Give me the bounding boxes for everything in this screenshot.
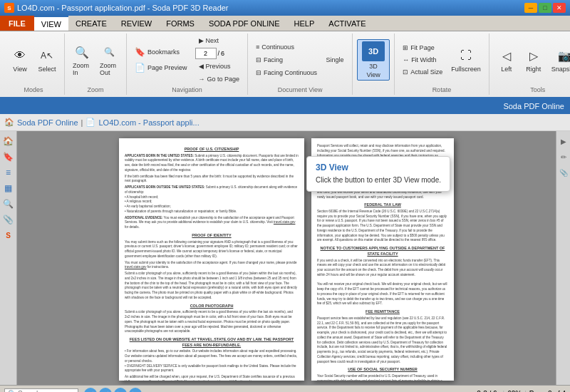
page-input-row: / 6 [195,48,225,59]
section-tax: FEDERAL TAX LAW [317,202,448,208]
view-icon: 👁 [11,47,28,64]
right-sidebar-icon-2[interactable]: ✏ [556,150,571,164]
right-sidebar-icon-1[interactable]: ▶ [556,134,571,148]
single-button[interactable]: Single [322,54,348,66]
sidebar-attach-icon[interactable]: 📎 [1,212,16,227]
ribbon-group-fit: ⊞ Fit Page ↔ Fit Width ⊡ Actual Size ⛶ F… [395,33,489,95]
bookmarks-icon: 🔖 [135,47,145,57]
title-bar: S LO4D.com - Passport application.pdf - … [0,0,570,16]
title-bar-left: S LO4D.com - Passport application.pdf - … [4,3,229,13]
soda-bar-text: Soda PDF Online [503,102,564,110]
fees-text-2: An additional fee will be charged when, … [125,375,299,381]
ribbon-group-tools: ◁ Left ▷ Right 📷 Snapshot Tools [489,33,570,95]
previous-button[interactable]: ◀ Previous [195,61,244,72]
actual-size-button[interactable]: ⊡ Actual Size [399,66,446,78]
page-preview-icon: 📄 [135,63,145,73]
section-fees: FEES LISTED ON OUR WEBSITE AT TRAVEL.STA… [125,337,299,348]
tax-text: Section 6039E of the Internal Revenue Co… [317,210,448,243]
minimize-button[interactable]: ─ [524,3,537,13]
status-prev-button[interactable]: ◀ [99,388,112,393]
section-notice-outside: NOTICE TO CUSTOMERS APPLYING OUTSIDE A D… [317,246,448,257]
sidebar-sign-icon[interactable]: S [1,228,16,242]
window-controls: ─ □ ✕ [524,3,566,13]
actual-size-icon: ⊡ [403,68,408,76]
menu-forms[interactable]: FORMS [159,16,202,31]
menu-create[interactable]: CREATE [68,16,114,31]
left-icon: ◁ [498,47,515,64]
page-number-input[interactable] [195,48,217,59]
citizenship-text-4: ADDITIONAL EVIDENCE: You must establish … [125,216,299,230]
menu-soda-online[interactable]: SODA PDF ONLINE [202,16,287,31]
ribbon-group-modes: 👁 View A↖ Select Modes [3,33,65,95]
status-next-button[interactable]: ▶ [114,388,127,393]
left-sidebar: 🏠 🔖 ≡ ▦ 🔍 📎 S [0,131,17,385]
pdf-area[interactable]: PROOF OF U.S. CITIZENSHIP APPLICANTS BOR… [17,131,556,385]
menu-activate[interactable]: ACTIVATE [321,16,373,31]
fit-width-button[interactable]: ↔ Fit Width [399,54,446,66]
search-box[interactable]: 🔍 [4,388,78,392]
address-bar: 🏠 Soda PDF Online | 📄 LO4D.com - Passpor… [0,114,570,131]
fullscreen-button[interactable]: ⛶ Fullscreen [447,45,484,75]
close-button[interactable]: ✕ [553,3,566,13]
fit-content: ⊞ Fit Page ↔ Fit Width ⊡ Actual Size ⛶ F… [399,35,484,93]
ribbon-group-docview: ≡ Continuous ⊟ Facing ⊟ Facing Continuou… [248,33,353,95]
bookmarks-button[interactable]: 🔖 Bookmarks [131,45,191,59]
zoom-in-button[interactable]: 🔍 Zoom In [69,41,95,78]
page-breadcrumb: LO4D.com - Passport appli... [98,118,199,127]
select-icon: A↖ [38,47,56,64]
ssn-text: Your Social Security number will be prov… [317,374,448,381]
fit-page-icon: ⊞ [403,44,408,51]
identity-text-2: You must submit your identity to the sat… [125,261,299,271]
soda-bar: Soda PDF Online [0,98,570,114]
goto-icon: → [199,76,205,83]
sidebar-thumbs-icon[interactable]: ▦ [1,181,16,195]
page-preview-button[interactable]: 📄 Page Preview [131,61,191,75]
3d-content: 3D 3D View [357,35,390,93]
3d-view-button[interactable]: 3D 3D View [357,39,390,81]
right-sidebar: ▶ ✏ 📎 [556,131,570,385]
fit-page-button[interactable]: ⊞ Fit Page [399,42,446,53]
zoom-in-icon: 🔍 [73,43,90,61]
citizenship-text-3: APPLICANTS BORN OUTSIDE THE UNITED STATE… [125,185,299,215]
next-icon: ▶ [199,37,204,44]
modes-label: Modes [3,86,64,93]
citizenship-text-1: APPLICANTS BORN IN THE UNITED STATES: Su… [125,154,299,173]
zoom-out-button[interactable]: 🔍 Zoom Out [96,41,122,78]
sidebar-bookmark-icon[interactable]: 🔖 [1,150,16,164]
facing-continuous-button[interactable]: ⊟ Facing Continuous [252,67,321,78]
status-back-button[interactable]: ◀ [84,388,97,393]
view-button[interactable]: 👁 View [7,45,33,75]
sidebar-layers-icon[interactable]: ≡ [1,165,16,180]
tooltip-title: 3D View [316,163,441,172]
menu-review[interactable]: REVIEW [114,16,159,31]
left-button[interactable]: ◁ Left [494,45,519,75]
facing-cont-icon: ⊟ [256,69,261,76]
back-button[interactable]: 🏠 [4,118,14,127]
facing-button[interactable]: ⊟ Facing [252,54,321,66]
section-identity: PROOF OF IDENTITY [125,233,299,239]
ribbon: 👁 View A↖ Select Modes 🔍 Zoom In 🔍 Zoom … [0,31,570,98]
status-forward-button[interactable]: ▶ [129,388,142,393]
snapshot-button[interactable]: 📷 Snapshot [548,45,570,75]
tools-label: Tools [489,86,570,93]
sidebar-home-icon[interactable]: 🏠 [1,134,16,148]
select-button[interactable]: A↖ Select [34,45,60,75]
maximize-button[interactable]: □ [539,3,551,13]
docview-content: ≡ Continuous ⊟ Facing ⊟ Facing Continuou… [252,35,348,93]
fees-text-1: • For information about fees, go to our … [125,349,299,373]
right-sidebar-icon-3[interactable]: 📎 [556,165,571,180]
pdf-page-left: PROOF OF U.S. CITIZENSHIP APPLICANTS BOR… [119,138,304,381]
menu-view[interactable]: VIEW [34,16,68,31]
next-button[interactable]: ▶ Next [195,35,244,46]
docview-label: Document View [248,86,352,93]
soda-pdf-breadcrumb: Soda PDF Online [17,118,78,127]
menu-help[interactable]: HELP [287,16,322,31]
sidebar-search-icon[interactable]: 🔍 [1,197,16,211]
menu-file[interactable]: FILE [0,16,34,31]
right-button[interactable]: ▷ Right [521,45,546,75]
goto-page-button[interactable]: → Go to Page [195,73,244,85]
continuous-button[interactable]: ≡ Continuous [252,41,321,53]
notice-outside-text: If you send us a check, it will be conve… [317,259,448,307]
app-icon: S [4,3,14,13]
identity-text-3: Submit a color photograph of you alone, … [125,272,299,301]
